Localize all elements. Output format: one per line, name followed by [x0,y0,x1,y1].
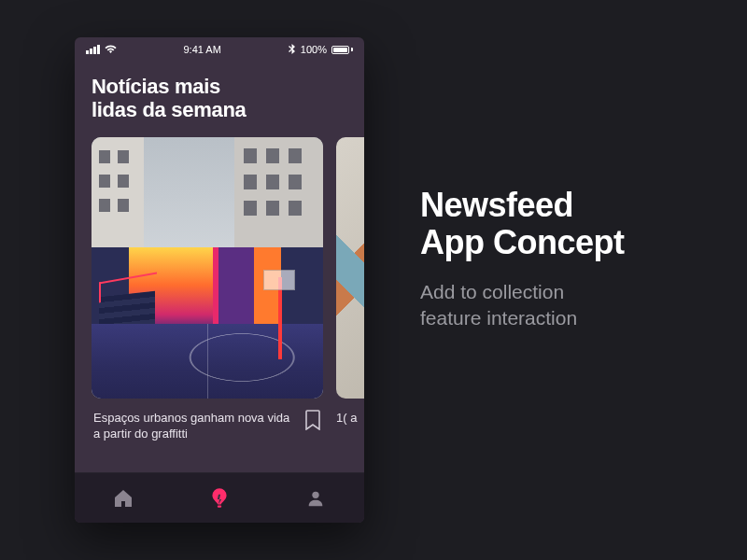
battery-percent: 100% [301,44,327,55]
person-icon [305,488,326,509]
story-card[interactable]: Espaços urbanos ganham nova vida a parti… [92,137,323,472]
promo-subtitle-line: Add to collection [420,279,624,305]
status-left [86,45,117,54]
lightbulb-pin-icon [207,486,232,511]
wifi-icon [105,45,117,54]
story-image[interactable] [336,137,364,399]
bookmark-icon[interactable] [304,410,321,430]
svg-point-1 [313,491,319,497]
feed-heading-line: lidas da semana [92,98,347,121]
feed-heading: Notícias mais lidas da semana [75,62,364,137]
story-card-peek[interactable]: 1( a [336,137,364,472]
home-icon [112,487,134,510]
bluetooth-icon [289,44,296,55]
showcase-stage: 9:41 AM 100% Notícias mais lidas da sema… [0,0,747,560]
story-image[interactable] [92,137,323,399]
promo-title-line: Newsfeed [420,187,624,224]
phone-frame: 9:41 AM 100% Notícias mais lidas da sema… [75,37,364,523]
promo-subtitle-line: feature interaction [420,305,624,331]
tab-bar [75,472,364,523]
stories-carousel[interactable]: Espaços urbanos ganham nova vida a parti… [75,137,364,472]
tab-home[interactable] [110,485,136,511]
signal-bars-icon [86,45,100,54]
story-title: 1( a [336,399,364,472]
feed-heading-line: Notícias mais [92,75,347,98]
battery-icon [331,46,353,54]
status-time: 9:41 AM [184,44,221,55]
tab-profile[interactable] [303,485,329,511]
story-title: Espaços urbanos ganham nova vida a parti… [93,410,295,442]
status-right: 100% [289,44,353,55]
promo-title-line: App Concept [420,224,624,261]
tab-discover[interactable] [206,485,233,511]
svg-rect-0 [218,505,221,507]
status-bar: 9:41 AM 100% [75,37,364,62]
promo-text: Newsfeed App Concept Add to collection f… [420,187,624,331]
